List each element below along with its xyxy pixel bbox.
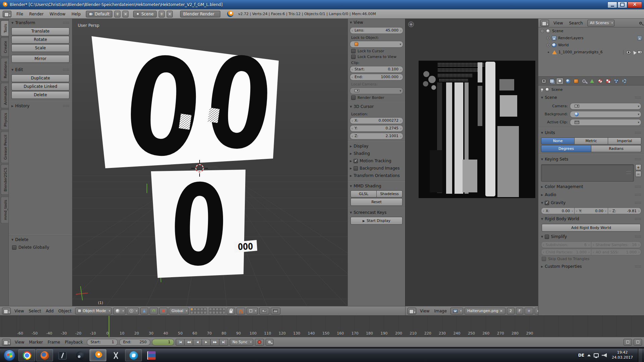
tab-world[interactable] [564,78,572,84]
tab-texture[interactable] [604,78,612,84]
motion-tracking-panel-header[interactable]: Motion Tracking [348,157,405,165]
next-keyframe-button[interactable] [211,339,219,346]
transform-orientation-selector[interactable]: Global [169,308,189,314]
record-button[interactable] [255,339,264,346]
screen-layout-selector[interactable]: Default [86,11,113,17]
uv-editor-type-button[interactable] [408,308,416,314]
timeline-menu-marker[interactable]: Marker [26,338,45,347]
tab-scene[interactable] [556,78,564,84]
simplify-subdivision-field[interactable]: Subdivision:6 [541,241,591,248]
glsl-button[interactable]: GLSL [351,190,377,197]
layer-toggle-6[interactable] [212,311,215,314]
add-rigid-body-world-button[interactable]: Add Rigid Body World [542,224,641,232]
uv-image-editor[interactable] [405,19,538,306]
pivot-point-selector[interactable] [127,308,139,314]
local-camera-field[interactable] [350,87,403,94]
uv-menu-image[interactable]: Image [432,307,449,315]
layer-toggle-8[interactable] [200,311,203,314]
layer-toggle-9[interactable] [222,311,225,314]
image-name-field[interactable]: Halterungen.png [465,308,505,314]
taskbar-steam-button[interactable] [72,349,89,361]
snap-toggle[interactable] [236,308,245,314]
keying-set-button[interactable] [266,339,273,346]
layer-toggle-0[interactable] [190,308,193,311]
active-clip-field[interactable] [570,119,641,126]
remove-keying-set-button[interactable] [635,171,641,177]
layer-toggle-3[interactable] [219,308,222,311]
renderability-camera-icon[interactable] [638,51,642,54]
panel-grip-icon[interactable] [635,265,641,268]
window-titlebar[interactable]: Blender* [C:\Users\Christian\Blender\Ble… [0,0,644,9]
lock-camera-checkbox[interactable] [351,55,356,59]
scene-panel-header[interactable]: Scene [538,94,644,102]
audio-panel-header[interactable]: Audio [538,191,644,199]
toolshelf-tab-relations[interactable]: Relations [1,58,8,82]
taskbar-chrome-button[interactable] [18,349,35,361]
taskbar-blender-button[interactable] [90,349,106,361]
previous-keyframe-button[interactable] [184,339,193,346]
operator-panel-header[interactable]: Delete [9,236,72,244]
opengl-render-button[interactable] [259,308,269,314]
fake-user-toggle[interactable]: F [516,308,523,314]
screencast-keys-panel-header[interactable]: Screencast Keys [348,209,405,216]
lock-to-object-field[interactable] [350,41,403,48]
pin-icon[interactable] [541,88,543,90]
collapse-icon[interactable] [540,29,544,33]
display-panel-header[interactable]: Display [348,142,405,150]
delete-scene-button[interactable] [167,11,173,17]
delete-screen-layout-button[interactable] [122,11,128,17]
toolshelf-button-translate[interactable]: Translate [11,27,69,35]
layer-toggle-4[interactable] [204,308,207,311]
outliner-menu-view[interactable]: View [550,19,566,27]
layer-toggle-5[interactable] [190,311,193,314]
layer-toggle-5[interactable] [209,311,212,314]
close-button[interactable] [628,2,642,8]
visibility-eye-icon[interactable] [626,51,631,54]
cursor-y-field[interactable]: Y:0.2745 [350,125,403,132]
scene-selector[interactable]: Scene [133,11,157,17]
transform-orientations-panel-header[interactable]: Transform Orientations [348,172,405,179]
mmd-shading-panel-header[interactable]: MMD Shading [348,182,405,190]
tab-particles[interactable] [612,78,620,84]
jump-to-end-button[interactable] [219,339,228,346]
expand-icon[interactable] [546,43,550,47]
taskbar-skype-button[interactable] [125,349,142,361]
rigid-body-panel-header[interactable]: Rigid Body World [538,215,644,223]
simplify-child-particles-field[interactable]: Child Particles:1.000 [541,249,591,255]
unit-option-none[interactable]: None [541,137,575,144]
sync-mode-selector[interactable]: No Sync [230,339,253,346]
panel-grip-icon[interactable] [635,218,641,220]
outliner-row-renderlayers[interactable]: RenderLayers [538,35,644,42]
copy-data-button[interactable] [624,339,632,346]
layer-toggle-8[interactable] [219,311,222,314]
clip-end-field[interactable]: End:1000.000 [350,74,403,80]
layer-toggle-3[interactable] [200,308,203,311]
timeline-editor-type-button[interactable] [2,339,11,346]
gravity-y-field[interactable]: Y:0.00 [575,207,608,214]
renderlayer-toggle-icon[interactable] [637,36,642,40]
panel-grip-icon[interactable] [635,158,641,161]
tray-expand-icon[interactable] [587,354,591,356]
simplify-checkbox[interactable] [545,235,549,239]
taskbar-firefox-button[interactable] [36,349,53,361]
view3d-menu-select[interactable]: Select [26,307,43,315]
toolshelf-tab-physics[interactable]: Physics [1,110,8,130]
add-scene-button[interactable] [159,11,165,17]
panel-grip-icon[interactable] [635,193,641,196]
simplify-panel-header[interactable]: Simplify [538,233,644,241]
menu-file[interactable]: File [13,10,26,18]
start-button[interactable] [4,350,15,361]
panel-grip-icon[interactable] [635,201,641,204]
render-border-checkbox[interactable] [351,96,356,100]
add-screen-layout-button[interactable] [114,11,120,17]
panel-grip-icon[interactable] [635,235,641,238]
toolshelf-button-duplicate[interactable]: Duplicate [11,74,69,82]
simplify-ao-sss-field[interactable]: AO and SSS:1.000 [591,249,641,255]
image-users-count[interactable]: 2 [507,308,515,314]
panel-grip-icon[interactable] [635,185,641,188]
manipulator-scale-toggle[interactable] [159,308,167,314]
shadeless-button[interactable]: Shadeless [377,190,402,197]
jump-to-start-button[interactable] [176,339,184,346]
unit-option-metric[interactable]: Metric [575,137,608,144]
outliner-row-world[interactable]: World [538,42,644,49]
